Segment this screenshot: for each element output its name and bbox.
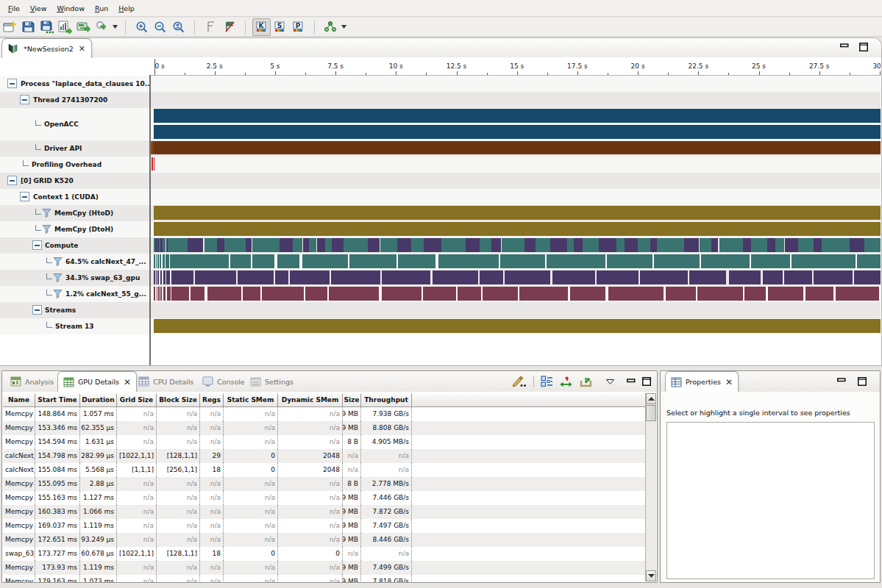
interval-bar[interactable]: [650, 238, 657, 252]
interval-bar[interactable]: [154, 125, 881, 139]
interval-bar[interactable]: [608, 287, 664, 301]
row-bars-profiling-overhead[interactable]: [151, 157, 881, 173]
collapse-icon[interactable]: [7, 176, 17, 185]
save-as-icon[interactable]: [38, 18, 56, 36]
interval-bar[interactable]: [302, 254, 349, 268]
menu-window[interactable]: Window: [51, 2, 89, 15]
examine-dropdown-icon[interactable]: [93, 18, 111, 36]
table-row[interactable]: Memcpy HtoD [sync]160.383 ms1.066 msn/an…: [3, 505, 646, 519]
interval-bar[interactable]: [751, 238, 767, 252]
row-bars-grid-k520[interactable]: [151, 173, 881, 189]
interval-bar[interactable]: [599, 238, 616, 252]
interval-bar[interactable]: [160, 254, 161, 268]
interval-bar[interactable]: [857, 254, 881, 268]
table-row[interactable]: Memcpy HtoD [sync]173.93 ms1.119 msn/an/…: [3, 561, 646, 575]
interval-bar[interactable]: [744, 287, 766, 301]
interval-bar[interactable]: [423, 287, 456, 301]
interval-bar[interactable]: [154, 206, 881, 220]
row-bars-driver-api[interactable]: [151, 140, 881, 157]
interval-bar[interactable]: [458, 287, 481, 301]
analysis-dropdown-icon[interactable]: [321, 18, 340, 36]
interval-bar[interactable]: [814, 270, 853, 284]
interval-bar[interactable]: [854, 270, 881, 284]
zoom-in-icon[interactable]: [132, 18, 151, 36]
interval-bar[interactable]: [701, 254, 750, 268]
properties-tab-close-icon[interactable]: ✕: [725, 378, 733, 387]
interval-bar[interactable]: [684, 238, 699, 252]
tab-gpu-details-close-icon[interactable]: ✕: [124, 378, 131, 387]
row-label-kernel-calcnext47[interactable]: 64.5% calcNext_47_...: [0, 254, 149, 270]
interval-bar[interactable]: [303, 238, 309, 252]
editor-tab-newsession2[interactable]: *NewSession2 ✕: [1, 38, 92, 58]
column-header-duration[interactable]: Duration: [80, 393, 117, 407]
interval-bar[interactable]: [784, 270, 812, 284]
interval-bar[interactable]: [729, 270, 761, 284]
column-header-static-smem[interactable]: Static SMem: [224, 393, 278, 407]
interval-bar[interactable]: [252, 238, 280, 252]
column-header-throughput[interactable]: Throughput: [361, 393, 412, 407]
analysis-dropdown-icon-caret[interactable]: [340, 18, 347, 36]
interval-bar[interactable]: [166, 270, 170, 284]
row-bars-process[interactable]: [151, 76, 881, 92]
interval-bar[interactable]: [550, 238, 567, 252]
table-row[interactable]: calcNext_47_gpu154.798 ms282.99 µs[1022,…: [3, 449, 646, 463]
interval-bar[interactable]: [502, 238, 524, 252]
interval-bar[interactable]: [170, 254, 229, 268]
table-scrollbar[interactable]: [645, 393, 656, 581]
interval-bar[interactable]: [160, 287, 162, 301]
interval-bar[interactable]: [252, 254, 274, 268]
interval-bar[interactable]: [767, 238, 775, 252]
interval-bar[interactable]: [792, 254, 856, 268]
kernel-colors-icon[interactable]: K: [252, 18, 271, 36]
row-bars-compute[interactable]: [151, 237, 881, 254]
table-row[interactable]: Memcpy HtoD [sync]154.594 ms1.631 µsn/an…: [3, 435, 646, 449]
interval-bar[interactable]: [154, 319, 881, 333]
interval-bar[interactable]: [719, 238, 743, 252]
interval-bar[interactable]: [864, 238, 881, 252]
interval-bar[interactable]: [230, 254, 251, 268]
run-to-flag-icon[interactable]: [220, 18, 238, 36]
interval-bar[interactable]: [275, 270, 288, 284]
interval-bar[interactable]: [616, 238, 625, 252]
maximize-properties-button[interactable]: [858, 377, 867, 386]
table-row[interactable]: Memcpy DtoH [sync]155.095 ms2.88 µsn/an/…: [3, 477, 646, 491]
row-bars-kernel-calcnext55[interactable]: [151, 286, 881, 302]
interval-bar[interactable]: [574, 238, 582, 252]
interval-bar[interactable]: [411, 238, 424, 252]
interval-bar[interactable]: [397, 238, 411, 252]
save-icon[interactable]: [19, 18, 38, 36]
interval-bar[interactable]: [171, 270, 193, 284]
interval-bar[interactable]: [768, 287, 803, 301]
interval-bar[interactable]: [382, 287, 422, 301]
export-details-icon[interactable]: [580, 376, 594, 388]
export-timeline-icon[interactable]: [74, 18, 93, 36]
table-row[interactable]: Memcpy HtoD [sync]155.163 ms1.127 msn/an…: [3, 491, 646, 505]
interval-bar[interactable]: [188, 238, 203, 252]
interval-bar[interactable]: [775, 238, 785, 252]
menu-help[interactable]: Help: [113, 2, 140, 15]
interval-bar[interactable]: [597, 270, 639, 284]
row-bars-memcpy-htod[interactable]: [151, 205, 881, 221]
interval-bar[interactable]: [207, 287, 242, 301]
interval-bar[interactable]: [583, 238, 600, 252]
tab-settings[interactable]: Settings: [245, 371, 299, 392]
interval-bar[interactable]: [344, 238, 368, 252]
interval-bar[interactable]: [567, 238, 574, 252]
row-bars-kernel-swap63[interactable]: [151, 270, 881, 286]
interval-bar[interactable]: [167, 287, 171, 301]
collapse-icon[interactable]: [7, 79, 17, 88]
interval-bar[interactable]: [154, 254, 155, 268]
row-bars-openacc[interactable]: [151, 108, 881, 140]
menu-run[interactable]: Run: [90, 2, 113, 15]
interval-bar[interactable]: [262, 287, 304, 301]
interval-bar[interactable]: [398, 254, 435, 268]
interval-bar[interactable]: [277, 254, 299, 268]
interval-bar[interactable]: [519, 287, 568, 301]
interval-bar[interactable]: [293, 238, 303, 252]
filter-icon[interactable]: [53, 289, 63, 298]
interval-bar[interactable]: [570, 287, 605, 301]
interval-bar[interactable]: [822, 238, 849, 252]
timeline-ruler[interactable]: 0 s2.5 s5 s7.5 s10 s12.5 s15 s17.5 s20 s…: [0, 58, 881, 76]
maximize-editor-button[interactable]: [859, 43, 868, 51]
examine-dropdown-icon-caret[interactable]: [111, 18, 118, 36]
